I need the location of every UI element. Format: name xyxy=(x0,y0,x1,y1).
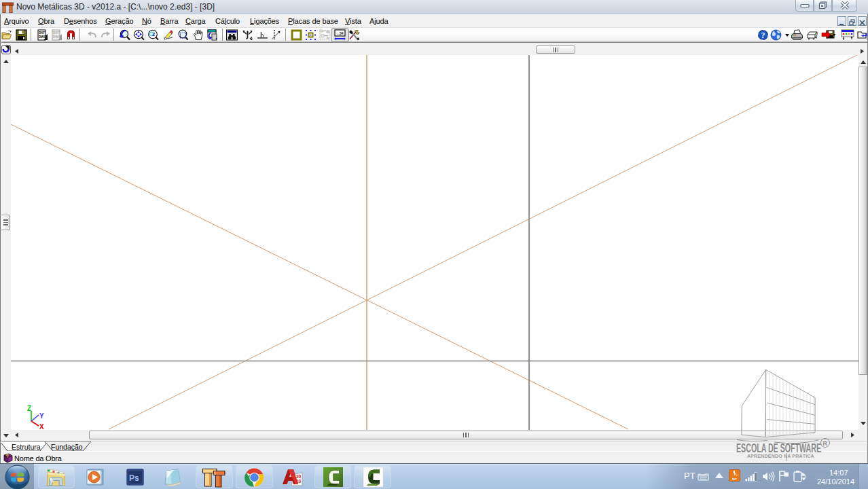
svg-text:20: 20 xyxy=(296,474,302,479)
svg-text:Z: Z xyxy=(27,405,31,412)
svg-text:?: ? xyxy=(761,31,765,40)
svg-text:←34: ←34 xyxy=(336,31,344,35)
svg-text:X: X xyxy=(39,423,44,430)
svg-text:Y: Y xyxy=(39,412,44,420)
svg-text:Ps: Ps xyxy=(129,473,139,483)
svg-text:DXF: DXF xyxy=(39,31,45,35)
svg-text:2: 2 xyxy=(152,32,155,37)
svg-text:DXF: DXF xyxy=(53,31,59,35)
